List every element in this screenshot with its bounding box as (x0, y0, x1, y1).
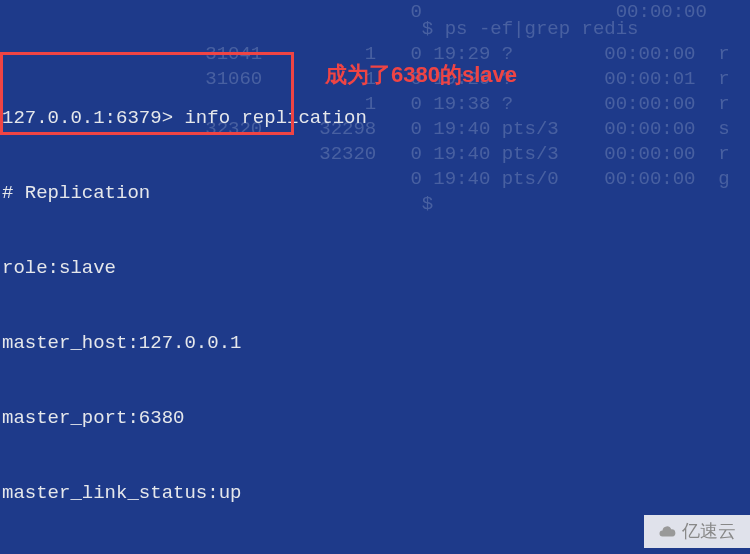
master-host-line: master_host:127.0.0.1 (2, 331, 748, 356)
role-line: role:slave (2, 256, 748, 281)
watermark-text: 亿速云 (682, 519, 736, 544)
master-port-line: master_port:6380 (2, 406, 748, 431)
prompt-host: 127.0.0.1:6379> (2, 107, 173, 129)
replication-header: # Replication (2, 181, 748, 206)
top-partial-line (2, 50, 748, 56)
cloud-icon (658, 523, 676, 541)
annotation-text: 成为了6380的slave (325, 62, 517, 87)
watermark: 亿速云 (644, 515, 750, 548)
prompt-line[interactable]: 127.0.0.1:6379> info replication (2, 106, 748, 131)
command-text: info replication (184, 107, 366, 129)
master-link-status-line: master_link_status:up (2, 481, 748, 506)
